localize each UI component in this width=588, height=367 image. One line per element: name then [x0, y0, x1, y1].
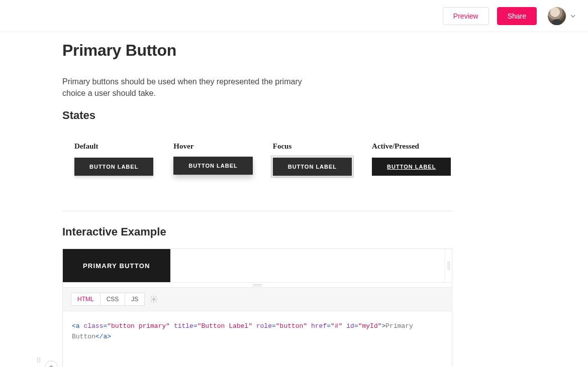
drag-handle-icon[interactable]: ⠿: [36, 357, 42, 364]
gear-icon[interactable]: [150, 295, 158, 303]
example-button-focus: BUTTON LABEL: [273, 158, 352, 176]
states-row: Default BUTTON LABEL Hover BUTTON LABEL …: [74, 142, 452, 176]
document-content: Primary Button Primary buttons should be…: [62, 32, 452, 367]
example-button-default: BUTTON LABEL: [74, 158, 153, 176]
tab-css[interactable]: CSS: [101, 293, 126, 306]
add-block-control: ⠿ +: [36, 354, 58, 367]
example-button-active: BUTTON LABEL: [372, 158, 451, 176]
interactive-example-heading: Interactive Example: [62, 225, 452, 238]
chevron-down-icon: [570, 13, 576, 19]
state-active: Active/Pressed BUTTON LABEL: [372, 142, 451, 176]
code-tabs: HTML CSS JS: [63, 287, 452, 311]
divider: [62, 211, 452, 211]
vertical-resize-handle[interactable]: [445, 249, 452, 282]
add-block-button[interactable]: +: [45, 360, 58, 367]
state-focus: Focus BUTTON LABEL: [273, 142, 352, 176]
state-default: Default BUTTON LABEL: [74, 142, 153, 176]
demo-primary-button[interactable]: PRIMARY BUTTON: [63, 249, 170, 282]
state-label: Focus: [273, 142, 292, 151]
code-editor[interactable]: <a class="button primary" title="Button …: [63, 311, 452, 367]
example-button-hover: BUTTON LABEL: [173, 157, 252, 175]
topbar: Preview Share: [0, 0, 588, 32]
preview-button[interactable]: Preview: [443, 7, 489, 25]
svg-point-0: [153, 298, 155, 300]
code-preview-row: PRIMARY BUTTON: [63, 249, 452, 282]
share-button[interactable]: Share: [497, 7, 537, 25]
tab-html[interactable]: HTML: [71, 293, 101, 306]
states-heading: States: [62, 109, 452, 122]
state-hover: Hover BUTTON LABEL: [173, 142, 252, 176]
interactive-example-block: PRIMARY BUTTON HTML CSS JS: [62, 249, 452, 367]
intro-paragraph: Primary buttons should be used when they…: [62, 76, 324, 99]
user-menu[interactable]: [548, 7, 576, 25]
tab-js[interactable]: JS: [125, 293, 145, 306]
state-label: Active/Pressed: [372, 142, 419, 151]
state-label: Hover: [173, 142, 193, 151]
horizontal-resize-handle[interactable]: [63, 282, 452, 287]
page-title: Primary Button: [62, 41, 452, 60]
state-label: Default: [74, 142, 99, 151]
avatar: [548, 7, 566, 25]
